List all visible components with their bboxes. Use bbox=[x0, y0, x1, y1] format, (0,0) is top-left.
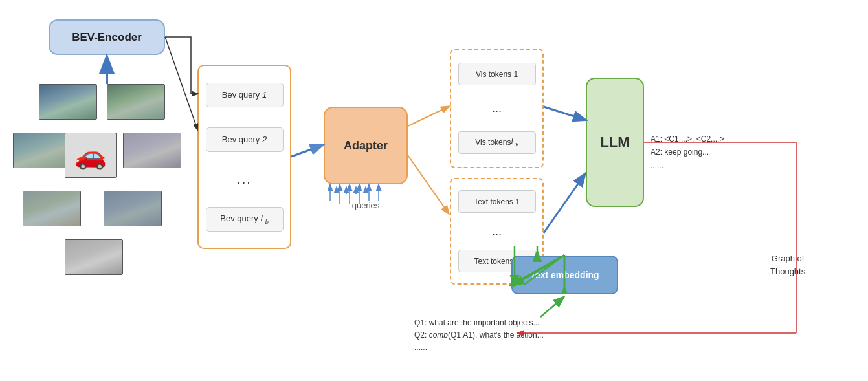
bev-query-1: Bev query 1 bbox=[206, 83, 284, 107]
answer-line3: ...... bbox=[651, 159, 724, 172]
camera-image-mid-left bbox=[13, 133, 71, 168]
answer-line2: A2: keep going... bbox=[651, 146, 724, 158]
svg-marker-33 bbox=[101, 57, 113, 70]
vis-token-lv: Vis tokens Lv bbox=[458, 131, 536, 154]
adapter-box: Adapter bbox=[324, 107, 408, 184]
answer-line1: A1: <C1,...>, <C2,...> bbox=[651, 133, 724, 146]
bev-query-lb: Bev query Lb bbox=[206, 207, 284, 232]
bev-encoder-box: BEV-Encoder bbox=[49, 19, 165, 55]
text-token-dots: ... bbox=[492, 224, 502, 238]
question-line3: ...... bbox=[414, 342, 544, 354]
camera-image-top-right bbox=[107, 84, 165, 120]
camera-image-bot-left bbox=[23, 191, 81, 226]
camera-image-mid-right bbox=[123, 133, 181, 168]
camera-image-car: 🚗 bbox=[65, 133, 117, 178]
svg-line-2 bbox=[291, 146, 322, 157]
bev-query-2: Bev query 2 bbox=[206, 127, 284, 152]
camera-image-top-left bbox=[39, 84, 97, 120]
svg-line-14 bbox=[408, 155, 449, 213]
camera-image-bot-right bbox=[104, 191, 162, 226]
text-embedding-label: Text embedding bbox=[530, 270, 599, 280]
bev-query-box: Bev query 1 Bev query 2 ... Bev query Lb bbox=[197, 65, 291, 249]
vis-tokens-box: Vis tokens 1 ... Vis tokens Lv bbox=[450, 49, 544, 168]
camera-cluster: 🚗 bbox=[13, 84, 175, 272]
vis-token-dots: ... bbox=[492, 102, 502, 115]
svg-line-15 bbox=[544, 107, 584, 120]
bev-query-dots: ... bbox=[237, 172, 252, 187]
svg-line-28 bbox=[540, 298, 563, 317]
bev-encoder-label: BEV-Encoder bbox=[72, 31, 142, 44]
bottom-questions: Q1: what are the important objects... Q2… bbox=[414, 317, 544, 354]
question-line1: Q1: what are the important objects... bbox=[414, 317, 544, 329]
llm-label: LLM bbox=[600, 134, 629, 151]
svg-line-13 bbox=[408, 107, 449, 126]
graph-of-thoughts-label: Graph of Thoughts bbox=[770, 252, 805, 278]
text-token-1: Text tokens 1 bbox=[458, 190, 536, 213]
diagram-container: BEV-Encoder 🚗 Bev query 1 bbox=[0, 0, 868, 381]
llm-box: LLM bbox=[586, 78, 644, 207]
svg-line-16 bbox=[544, 175, 584, 233]
question-line2: Q2: comb(Q1,A1), what's the action... bbox=[414, 329, 544, 342]
queries-label: queries bbox=[337, 201, 395, 210]
camera-image-bot-bottom bbox=[65, 239, 123, 275]
car-icon: 🚗 bbox=[74, 136, 107, 175]
adapter-label: Adapter bbox=[344, 139, 388, 153]
right-answers: A1: <C1,...>, <C2,...> A2: keep going...… bbox=[651, 133, 724, 172]
text-embedding-box: Text embedding bbox=[511, 256, 618, 294]
vis-token-1: Vis tokens 1 bbox=[458, 63, 536, 85]
